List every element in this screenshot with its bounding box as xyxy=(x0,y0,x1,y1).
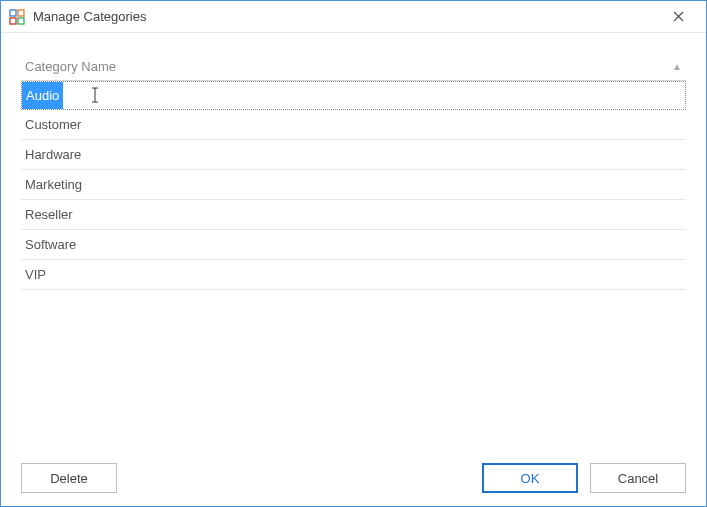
cancel-button[interactable]: Cancel xyxy=(590,463,686,493)
column-header-label: Category Name xyxy=(25,59,672,74)
window-title: Manage Categories xyxy=(33,9,658,24)
table-row[interactable]: Customer xyxy=(21,110,686,140)
table-row[interactable]: VIP xyxy=(21,260,686,290)
manage-categories-dialog: Manage Categories Category Name ▲ Audio xyxy=(0,0,707,507)
button-bar: Delete OK Cancel xyxy=(1,450,706,506)
ok-button[interactable]: OK xyxy=(482,463,578,493)
close-button[interactable] xyxy=(658,3,698,31)
svg-rect-1 xyxy=(18,10,24,16)
text-cursor-icon xyxy=(89,86,101,107)
table-row[interactable]: Reseller xyxy=(21,200,686,230)
category-label: Marketing xyxy=(25,177,82,192)
table-row-editing[interactable]: Audio xyxy=(21,81,686,110)
content-area: Category Name ▲ Audio xyxy=(1,33,706,450)
category-label: Customer xyxy=(25,117,81,132)
svg-rect-2 xyxy=(10,18,16,24)
category-name-input[interactable]: Audio xyxy=(22,82,63,109)
category-label: Reseller xyxy=(25,207,73,222)
svg-rect-0 xyxy=(10,10,16,16)
table-row[interactable]: Hardware xyxy=(21,140,686,170)
category-label: VIP xyxy=(25,267,46,282)
category-label: Hardware xyxy=(25,147,81,162)
category-list: Audio Customer Hardware xyxy=(21,81,686,450)
sort-ascending-icon: ▲ xyxy=(672,61,682,72)
titlebar: Manage Categories xyxy=(1,1,706,33)
table-row[interactable]: Marketing xyxy=(21,170,686,200)
categories-grid-icon xyxy=(9,9,25,25)
delete-button[interactable]: Delete xyxy=(21,463,117,493)
column-header-category-name[interactable]: Category Name ▲ xyxy=(21,53,686,81)
table-row[interactable]: Software xyxy=(21,230,686,260)
svg-rect-3 xyxy=(18,18,24,24)
category-label: Software xyxy=(25,237,76,252)
